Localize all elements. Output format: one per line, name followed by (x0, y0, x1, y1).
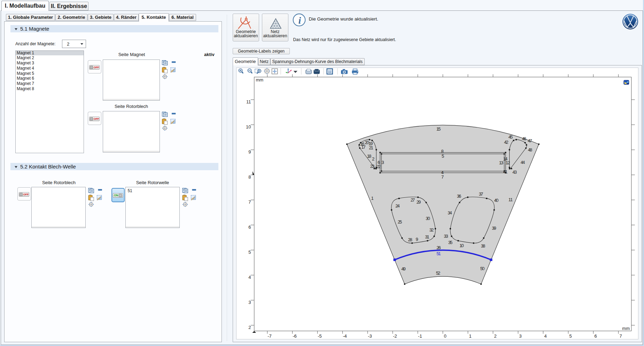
svg-text:48: 48 (528, 147, 533, 152)
svg-text:11: 11 (509, 197, 513, 202)
svg-text:41: 41 (503, 169, 508, 174)
svg-text:44: 44 (521, 160, 525, 165)
svg-text:37: 37 (479, 191, 483, 197)
svg-text:50: 50 (480, 266, 485, 271)
svg-text:27: 27 (411, 197, 415, 203)
svg-text:49: 49 (401, 266, 406, 272)
svg-text:12: 12 (506, 160, 510, 165)
svg-text:7: 7 (441, 174, 444, 180)
svg-text:45: 45 (509, 134, 513, 140)
svg-text:6: 6 (248, 225, 251, 230)
svg-text:4: 4 (544, 333, 546, 339)
svg-text:6: 6 (594, 333, 597, 339)
svg-text:i: i (298, 15, 301, 26)
svg-text:1: 1 (469, 333, 471, 339)
svg-text:9: 9 (248, 149, 251, 155)
svg-text:2: 2 (248, 325, 251, 330)
svg-text:46: 46 (522, 136, 527, 141)
svg-text:29: 29 (417, 199, 421, 205)
svg-text:-7: -7 (267, 333, 272, 339)
svg-text:8: 8 (248, 174, 251, 180)
svg-text:23: 23 (370, 164, 375, 169)
svg-text:26: 26 (436, 245, 441, 250)
svg-text:-5: -5 (318, 333, 322, 339)
svg-text:5: 5 (248, 250, 251, 255)
svg-text:13: 13 (499, 160, 504, 165)
svg-text:42: 42 (504, 140, 509, 145)
svg-text:6: 6 (378, 160, 380, 165)
svg-text:39: 39 (492, 226, 496, 231)
svg-text:36: 36 (457, 194, 461, 199)
svg-text:35: 35 (448, 240, 453, 245)
svg-text:28: 28 (408, 237, 412, 242)
svg-text:32: 32 (429, 227, 434, 233)
svg-text:43: 43 (512, 170, 517, 175)
svg-text:34: 34 (448, 210, 452, 215)
svg-text:10: 10 (459, 243, 464, 248)
svg-text:-3: -3 (368, 333, 372, 339)
svg-text:5: 5 (569, 333, 572, 339)
svg-text:-2: -2 (393, 333, 397, 339)
svg-text:15: 15 (436, 126, 441, 132)
svg-text:3: 3 (248, 300, 251, 305)
svg-text:9: 9 (416, 237, 418, 242)
svg-text:5: 5 (442, 154, 444, 159)
svg-text:7: 7 (248, 199, 251, 205)
svg-text:21: 21 (369, 145, 373, 150)
svg-text:17: 17 (361, 144, 366, 150)
svg-text:2: 2 (372, 156, 374, 162)
svg-text:-1: -1 (418, 333, 422, 339)
svg-text:30: 30 (426, 216, 430, 221)
svg-text:11: 11 (246, 99, 251, 104)
svg-text:1: 1 (371, 196, 373, 201)
svg-text:mm: mm (622, 326, 630, 331)
svg-text:24: 24 (395, 203, 400, 209)
svg-text:7: 7 (619, 333, 622, 339)
svg-text:10: 10 (246, 124, 251, 129)
svg-text:0: 0 (444, 333, 446, 339)
svg-text:3: 3 (381, 160, 384, 165)
svg-text:-6: -6 (293, 333, 297, 339)
svg-text:52: 52 (436, 270, 441, 276)
svg-text:38: 38 (481, 243, 486, 249)
svg-text:40: 40 (494, 198, 499, 203)
svg-text:47: 47 (528, 138, 532, 143)
svg-text:4: 4 (248, 275, 251, 280)
svg-text:25: 25 (398, 219, 402, 225)
svg-text:31: 31 (425, 234, 429, 239)
svg-text:3: 3 (519, 333, 521, 339)
svg-text:18: 18 (367, 154, 372, 159)
svg-text:-4: -4 (343, 333, 347, 339)
svg-text:33: 33 (444, 234, 448, 239)
svg-text:51: 51 (436, 251, 441, 256)
svg-text:mm: mm (256, 77, 264, 82)
svg-text:2: 2 (494, 333, 496, 339)
